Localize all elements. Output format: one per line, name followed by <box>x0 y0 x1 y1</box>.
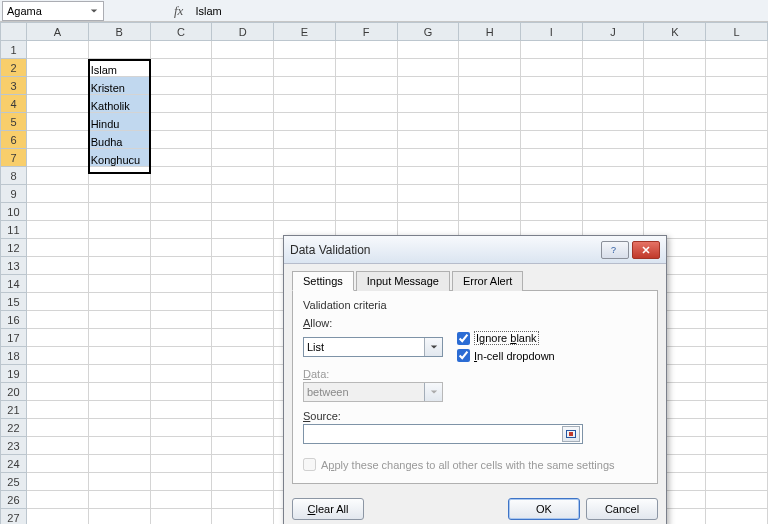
cell-K6[interactable] <box>644 131 706 149</box>
cell-B24[interactable] <box>88 455 150 473</box>
row-header-14[interactable]: 14 <box>1 275 27 293</box>
cell-K1[interactable] <box>644 41 706 59</box>
cell-E6[interactable] <box>274 131 336 149</box>
row-header-17[interactable]: 17 <box>1 329 27 347</box>
cell-L18[interactable] <box>706 347 768 365</box>
cell-L1[interactable] <box>706 41 768 59</box>
row-header-21[interactable]: 21 <box>1 401 27 419</box>
col-header-C[interactable]: C <box>150 23 212 41</box>
cell-D6[interactable] <box>212 131 274 149</box>
cell-L22[interactable] <box>706 419 768 437</box>
row-header-2[interactable]: 2 <box>1 59 27 77</box>
cell-L15[interactable] <box>706 293 768 311</box>
cell-D14[interactable] <box>212 275 274 293</box>
cell-L8[interactable] <box>706 167 768 185</box>
cell-B17[interactable] <box>88 329 150 347</box>
cell-H3[interactable] <box>459 77 521 95</box>
cell-D11[interactable] <box>212 221 274 239</box>
cell-L9[interactable] <box>706 185 768 203</box>
cell-A22[interactable] <box>26 419 88 437</box>
formula-value[interactable]: Islam <box>191 5 221 17</box>
cell-D21[interactable] <box>212 401 274 419</box>
cell-A15[interactable] <box>26 293 88 311</box>
row-header-27[interactable]: 27 <box>1 509 27 525</box>
cell-B2[interactable]: Islam <box>88 59 150 77</box>
cell-K3[interactable] <box>644 77 706 95</box>
cell-C18[interactable] <box>150 347 212 365</box>
cell-L26[interactable] <box>706 491 768 509</box>
cell-A16[interactable] <box>26 311 88 329</box>
cell-A24[interactable] <box>26 455 88 473</box>
row-header-12[interactable]: 12 <box>1 239 27 257</box>
row-header-7[interactable]: 7 <box>1 149 27 167</box>
cell-B10[interactable] <box>88 203 150 221</box>
name-box[interactable]: Agama <box>2 1 104 21</box>
cell-D15[interactable] <box>212 293 274 311</box>
cell-G4[interactable] <box>397 95 459 113</box>
cell-D25[interactable] <box>212 473 274 491</box>
cell-F9[interactable] <box>335 185 397 203</box>
cell-L7[interactable] <box>706 149 768 167</box>
cell-B15[interactable] <box>88 293 150 311</box>
cell-E10[interactable] <box>274 203 336 221</box>
cell-F4[interactable] <box>335 95 397 113</box>
cell-C21[interactable] <box>150 401 212 419</box>
cell-C26[interactable] <box>150 491 212 509</box>
cell-B8[interactable] <box>88 167 150 185</box>
cell-I4[interactable] <box>521 95 583 113</box>
cell-E9[interactable] <box>274 185 336 203</box>
cell-B27[interactable] <box>88 509 150 525</box>
cell-A17[interactable] <box>26 329 88 347</box>
ok-button[interactable]: OK <box>508 498 580 520</box>
cell-K8[interactable] <box>644 167 706 185</box>
cell-G2[interactable] <box>397 59 459 77</box>
row-header-10[interactable]: 10 <box>1 203 27 221</box>
name-box-dropdown-icon[interactable] <box>87 4 101 18</box>
cell-C12[interactable] <box>150 239 212 257</box>
cell-B20[interactable] <box>88 383 150 401</box>
col-header-A[interactable]: A <box>26 23 88 41</box>
cell-J7[interactable] <box>582 149 644 167</box>
cell-A2[interactable] <box>26 59 88 77</box>
cell-D19[interactable] <box>212 365 274 383</box>
close-button[interactable] <box>632 241 660 259</box>
cell-D9[interactable] <box>212 185 274 203</box>
cell-A3[interactable] <box>26 77 88 95</box>
cell-C7[interactable] <box>150 149 212 167</box>
cell-K2[interactable] <box>644 59 706 77</box>
cell-F6[interactable] <box>335 131 397 149</box>
col-header-L[interactable]: L <box>706 23 768 41</box>
cell-C11[interactable] <box>150 221 212 239</box>
cell-C22[interactable] <box>150 419 212 437</box>
cell-D27[interactable] <box>212 509 274 525</box>
cell-B13[interactable] <box>88 257 150 275</box>
cell-D24[interactable] <box>212 455 274 473</box>
cell-F8[interactable] <box>335 167 397 185</box>
ignore-blank-checkbox[interactable]: Ignore blank <box>457 331 555 345</box>
cell-C9[interactable] <box>150 185 212 203</box>
clear-all-button[interactable]: Clear All <box>292 498 364 520</box>
cancel-button[interactable]: Cancel <box>586 498 658 520</box>
cell-L6[interactable] <box>706 131 768 149</box>
cell-E5[interactable] <box>274 113 336 131</box>
row-header-8[interactable]: 8 <box>1 167 27 185</box>
cell-B26[interactable] <box>88 491 150 509</box>
cell-B23[interactable] <box>88 437 150 455</box>
cell-D12[interactable] <box>212 239 274 257</box>
cell-J8[interactable] <box>582 167 644 185</box>
cell-E2[interactable] <box>274 59 336 77</box>
cell-I10[interactable] <box>521 203 583 221</box>
cell-H7[interactable] <box>459 149 521 167</box>
help-button[interactable]: ? <box>601 241 629 259</box>
cell-L10[interactable] <box>706 203 768 221</box>
col-header-K[interactable]: K <box>644 23 706 41</box>
cell-I2[interactable] <box>521 59 583 77</box>
cell-G6[interactable] <box>397 131 459 149</box>
cell-C2[interactable] <box>150 59 212 77</box>
row-header-1[interactable]: 1 <box>1 41 27 59</box>
cell-B7[interactable]: Konghucu <box>88 149 150 167</box>
cell-K4[interactable] <box>644 95 706 113</box>
cell-I1[interactable] <box>521 41 583 59</box>
cell-J6[interactable] <box>582 131 644 149</box>
cell-A18[interactable] <box>26 347 88 365</box>
